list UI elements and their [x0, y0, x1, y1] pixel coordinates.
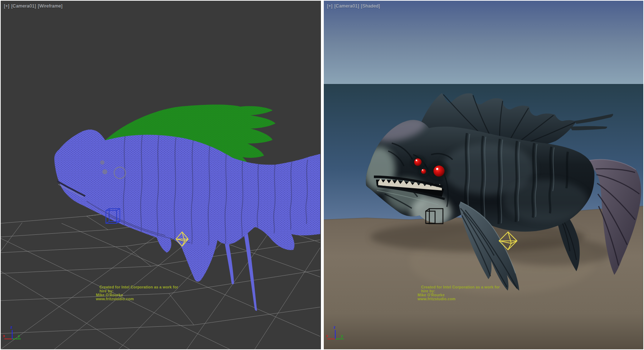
app-window: [+][Camera01][Wireframe] Created for Int… — [0, 0, 644, 350]
watermark-text: Created for Intel Corporation as a work … — [418, 285, 507, 301]
viewport-wireframe[interactable]: [+][Camera01][Wireframe] Created for Int… — [1, 1, 321, 349]
axis-z-label: z — [10, 325, 13, 329]
watermark-line1: Created for Intel Corporation as a work … — [421, 285, 507, 293]
viewport-menu-camera[interactable]: [Camera01] — [11, 4, 36, 9]
watermark-text: Created for Intel Corporation as a work … — [96, 285, 185, 301]
axis-x-label: x — [3, 334, 5, 338]
watermark-line3: www.fritzstudio.com — [418, 297, 507, 301]
viewport-shaded[interactable]: [+][Camera01][Shaded] Created for Intel … — [324, 1, 643, 349]
world-axis-tripod: x y z — [325, 324, 348, 346]
viewport-menu-shading[interactable]: [Shaded] — [361, 4, 380, 9]
world-axis-tripod: x y z — [2, 324, 25, 346]
viewport-menu-general[interactable]: [+] — [4, 4, 9, 9]
axis-y-label: y — [18, 334, 20, 338]
viewport-menu-general[interactable]: [+] — [327, 4, 332, 9]
axis-z-label: z — [333, 325, 336, 329]
viewport-splitter-bar[interactable] — [321, 0, 324, 350]
viewport-menu-camera[interactable]: [Camera01] — [334, 4, 359, 9]
watermark-line1: Created for Intel Corporation as a work … — [99, 285, 185, 293]
axis-y-label: y — [341, 334, 343, 338]
viewport-label: [+][Camera01][Shaded] — [327, 4, 382, 9]
viewport-menu-shading[interactable]: [Wireframe] — [38, 4, 63, 9]
axis-x-label: x — [326, 334, 328, 338]
watermark-line3: www.fritzstudio.com — [96, 297, 185, 301]
sky — [324, 1, 643, 84]
viewport-label: [+][Camera01][Wireframe] — [4, 4, 64, 9]
